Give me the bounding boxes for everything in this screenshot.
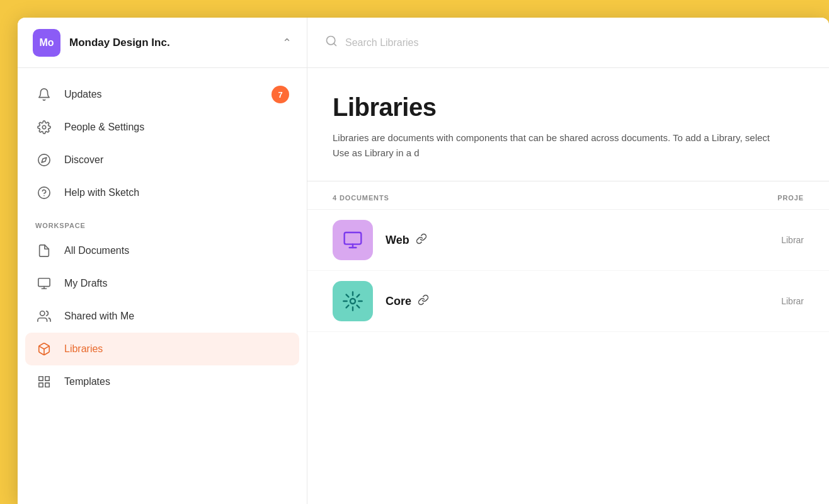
library-name-row: Web: [386, 233, 728, 248]
library-row[interactable]: Core Librar: [307, 271, 829, 332]
svg-rect-5: [38, 278, 50, 287]
svg-point-0: [42, 125, 46, 129]
library-link-icon: [416, 233, 427, 248]
sidebar-item-label: Libraries: [64, 343, 103, 355]
library-thumbnail-core: [333, 281, 373, 321]
drafts-icon: [35, 275, 53, 292]
sidebar-item-label: Updates: [64, 89, 102, 100]
doc-icon: [35, 242, 53, 260]
search-bar: [307, 18, 829, 68]
svg-rect-16: [345, 232, 362, 244]
gear-icon: [35, 118, 53, 136]
list-header: 4 DOCUMENTS PROJE: [307, 181, 829, 210]
svg-rect-10: [39, 377, 43, 381]
chevron-icon: ⌃: [282, 36, 292, 50]
svg-rect-12: [45, 383, 49, 387]
library-project: Librar: [728, 235, 804, 245]
workspace-name: Monday Design Inc.: [69, 37, 282, 49]
search-icon: [325, 35, 338, 50]
svg-point-1: [38, 154, 50, 166]
sidebar-item-shared-with-me[interactable]: Shared with Me: [18, 300, 307, 333]
sidebar-item-libraries[interactable]: Libraries: [25, 333, 299, 365]
search-input[interactable]: [345, 37, 811, 49]
workspace-section-label: WORKSPACE: [18, 209, 307, 234]
app-window: Mo Monday Design Inc. ⌃ Updates 7: [18, 18, 829, 504]
sidebar-item-label: All Documents: [64, 245, 129, 256]
svg-point-19: [350, 299, 355, 304]
sidebar-item-label: My Drafts: [64, 278, 107, 289]
libraries-description: Libraries are documents with components …: [333, 130, 774, 161]
compass-icon: [35, 151, 53, 169]
sidebar-item-help[interactable]: Help with Sketch: [18, 176, 307, 209]
sidebar-item-updates[interactable]: Updates 7: [18, 78, 307, 111]
project-col-label: PROJE: [728, 194, 804, 202]
main-content: Libraries Libraries are documents with c…: [307, 18, 829, 504]
library-name: Core: [386, 295, 411, 308]
sidebar: Mo Monday Design Inc. ⌃ Updates 7: [18, 18, 307, 504]
sidebar-item-label: People & Settings: [64, 122, 144, 133]
svg-marker-2: [42, 158, 47, 163]
templates-icon: [35, 373, 53, 391]
sidebar-item-label: Shared with Me: [64, 311, 134, 322]
workspace-avatar: Mo: [33, 29, 60, 57]
library-name: Web: [386, 234, 409, 247]
sidebar-item-label: Help with Sketch: [64, 187, 139, 198]
libraries-header: Libraries Libraries are documents with c…: [307, 68, 829, 181]
updates-badge: 7: [272, 86, 289, 103]
bell-icon: [35, 86, 53, 103]
help-circle-icon: [35, 184, 53, 202]
svg-point-3: [38, 187, 50, 198]
sidebar-item-people-settings[interactable]: People & Settings: [18, 111, 307, 144]
sidebar-item-label: Templates: [64, 376, 110, 387]
svg-point-8: [40, 311, 45, 316]
sidebar-item-all-documents[interactable]: All Documents: [18, 234, 307, 267]
documents-count-label: 4 DOCUMENTS: [333, 194, 728, 202]
sidebar-item-templates[interactable]: Templates: [18, 365, 307, 398]
sidebar-item-discover[interactable]: Discover: [18, 144, 307, 176]
library-link-icon: [418, 294, 429, 309]
libraries-list: 4 DOCUMENTS PROJE Web: [307, 181, 829, 504]
libraries-icon: [35, 340, 53, 358]
library-row[interactable]: Web Librar: [307, 210, 829, 271]
sidebar-item-my-drafts[interactable]: My Drafts: [18, 267, 307, 300]
sidebar-item-label: Discover: [64, 154, 103, 166]
sidebar-nav: Updates 7 People & Settings: [18, 68, 307, 504]
library-project: Librar: [728, 296, 804, 306]
svg-line-15: [334, 43, 336, 46]
svg-rect-13: [39, 383, 43, 387]
library-thumbnail-web: [333, 220, 373, 260]
sidebar-header[interactable]: Mo Monday Design Inc. ⌃: [18, 18, 307, 68]
library-name-row: Core: [386, 294, 728, 309]
people-icon: [35, 307, 53, 325]
svg-rect-11: [45, 377, 49, 381]
page-title: Libraries: [333, 93, 804, 122]
